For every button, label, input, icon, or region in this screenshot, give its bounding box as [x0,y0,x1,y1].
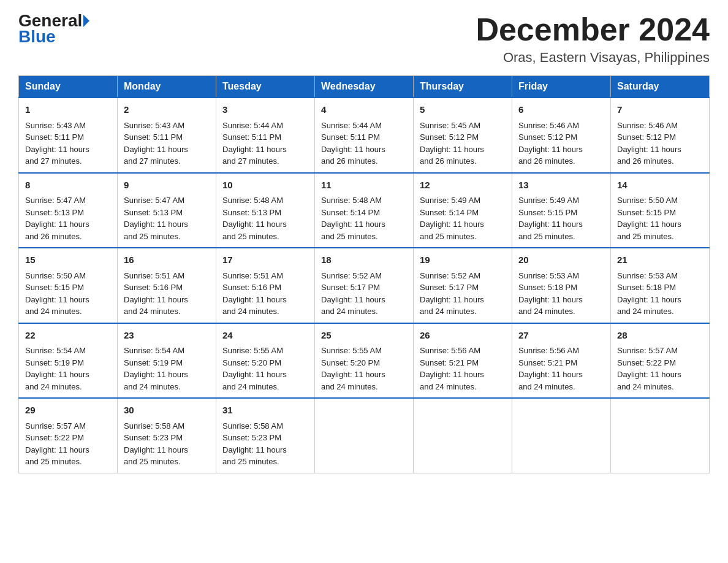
day-number: 15 [25,253,111,267]
calendar-cell: 10 Sunrise: 5:48 AMSunset: 5:13 PMDaylig… [216,173,315,248]
day-number: 20 [518,253,604,267]
day-info: Sunrise: 5:50 AMSunset: 5:15 PMDaylight:… [25,271,89,316]
day-info: Sunrise: 5:46 AMSunset: 5:12 PMDaylight:… [518,121,583,166]
day-number: 8 [25,178,111,193]
calendar-header-row: SundayMondayTuesdayWednesdayThursdayFrid… [19,76,710,98]
day-number: 29 [25,404,111,418]
day-number: 1 [25,103,111,117]
day-info: Sunrise: 5:48 AMSunset: 5:13 PMDaylight:… [222,196,287,241]
calendar-cell: 12 Sunrise: 5:49 AMSunset: 5:14 PMDaylig… [414,173,512,248]
calendar-cell [611,398,710,473]
calendar-cell: 3 Sunrise: 5:44 AMSunset: 5:11 PMDayligh… [216,98,315,173]
calendar-cell: 4 Sunrise: 5:44 AMSunset: 5:11 PMDayligh… [315,98,414,173]
day-number: 27 [518,329,604,343]
day-number: 19 [420,253,506,267]
calendar-cell [315,398,414,473]
weekday-header-sunday: Sunday [19,76,118,98]
day-info: Sunrise: 5:51 AMSunset: 5:16 PMDaylight:… [124,271,188,316]
day-number: 3 [222,103,308,117]
logo-blue-text: Blue [18,27,56,47]
day-number: 9 [124,178,210,193]
day-info: Sunrise: 5:56 AMSunset: 5:21 PMDaylight:… [518,346,583,391]
day-info: Sunrise: 5:44 AMSunset: 5:11 PMDaylight:… [222,121,287,166]
day-info: Sunrise: 5:44 AMSunset: 5:11 PMDaylight:… [321,121,385,166]
day-number: 6 [518,103,604,117]
day-info: Sunrise: 5:54 AMSunset: 5:19 PMDaylight:… [25,346,89,391]
day-info: Sunrise: 5:56 AMSunset: 5:21 PMDaylight:… [420,346,484,391]
calendar-cell: 6 Sunrise: 5:46 AMSunset: 5:12 PMDayligh… [512,98,611,173]
day-info: Sunrise: 5:49 AMSunset: 5:15 PMDaylight:… [518,196,583,241]
day-info: Sunrise: 5:57 AMSunset: 5:22 PMDaylight:… [617,346,681,391]
day-info: Sunrise: 5:47 AMSunset: 5:13 PMDaylight:… [25,196,89,241]
calendar-cell: 16 Sunrise: 5:51 AMSunset: 5:16 PMDaylig… [118,248,216,323]
weekday-header-wednesday: Wednesday [315,76,414,98]
calendar-week-row: 8 Sunrise: 5:47 AMSunset: 5:13 PMDayligh… [19,173,710,248]
day-info: Sunrise: 5:58 AMSunset: 5:23 PMDaylight:… [222,421,287,467]
day-info: Sunrise: 5:55 AMSunset: 5:20 PMDaylight:… [222,346,287,391]
month-title: December 2024 [476,12,710,47]
calendar-cell: 15 Sunrise: 5:50 AMSunset: 5:15 PMDaylig… [19,248,118,323]
calendar-cell: 14 Sunrise: 5:50 AMSunset: 5:15 PMDaylig… [611,173,710,248]
calendar-cell: 7 Sunrise: 5:46 AMSunset: 5:12 PMDayligh… [611,98,710,173]
day-number: 18 [321,253,407,267]
calendar-cell: 13 Sunrise: 5:49 AMSunset: 5:15 PMDaylig… [512,173,611,248]
calendar-cell: 20 Sunrise: 5:53 AMSunset: 5:18 PMDaylig… [512,248,611,323]
day-info: Sunrise: 5:53 AMSunset: 5:18 PMDaylight:… [617,271,681,316]
calendar-cell: 25 Sunrise: 5:55 AMSunset: 5:20 PMDaylig… [315,323,414,399]
day-number: 16 [124,253,210,267]
calendar-week-row: 22 Sunrise: 5:54 AMSunset: 5:19 PMDaylig… [19,323,710,399]
day-number: 28 [617,329,703,343]
day-number: 13 [518,178,604,193]
calendar-cell [414,398,512,473]
calendar-cell: 31 Sunrise: 5:58 AMSunset: 5:23 PMDaylig… [216,398,315,473]
logo-arrow-icon [83,15,89,27]
day-number: 21 [617,253,703,267]
weekday-header-monday: Monday [118,76,216,98]
day-info: Sunrise: 5:57 AMSunset: 5:22 PMDaylight:… [25,421,89,467]
day-info: Sunrise: 5:43 AMSunset: 5:11 PMDaylight:… [25,121,89,166]
day-info: Sunrise: 5:52 AMSunset: 5:17 PMDaylight:… [321,271,385,316]
calendar-cell: 5 Sunrise: 5:45 AMSunset: 5:12 PMDayligh… [414,98,512,173]
calendar-cell: 17 Sunrise: 5:51 AMSunset: 5:16 PMDaylig… [216,248,315,323]
day-info: Sunrise: 5:48 AMSunset: 5:14 PMDaylight:… [321,196,385,241]
calendar-cell: 21 Sunrise: 5:53 AMSunset: 5:18 PMDaylig… [611,248,710,323]
calendar-cell: 22 Sunrise: 5:54 AMSunset: 5:19 PMDaylig… [19,323,118,399]
day-info: Sunrise: 5:54 AMSunset: 5:19 PMDaylight:… [124,346,188,391]
day-number: 2 [124,103,210,117]
calendar-cell: 18 Sunrise: 5:52 AMSunset: 5:17 PMDaylig… [315,248,414,323]
day-number: 30 [124,404,210,418]
day-info: Sunrise: 5:45 AMSunset: 5:12 PMDaylight:… [420,121,484,166]
day-number: 26 [420,329,506,343]
calendar-cell: 26 Sunrise: 5:56 AMSunset: 5:21 PMDaylig… [414,323,512,399]
day-number: 4 [321,103,407,117]
calendar-cell: 1 Sunrise: 5:43 AMSunset: 5:11 PMDayligh… [19,98,118,173]
day-number: 12 [420,178,506,193]
calendar-cell: 29 Sunrise: 5:57 AMSunset: 5:22 PMDaylig… [19,398,118,473]
calendar-cell: 23 Sunrise: 5:54 AMSunset: 5:19 PMDaylig… [118,323,216,399]
day-number: 7 [617,103,703,117]
calendar-cell: 8 Sunrise: 5:47 AMSunset: 5:13 PMDayligh… [19,173,118,248]
day-number: 24 [222,329,308,343]
page-header: General Blue December 2024 Oras, Eastern… [18,12,710,66]
day-info: Sunrise: 5:46 AMSunset: 5:12 PMDaylight:… [617,121,681,166]
day-number: 25 [321,329,407,343]
day-info: Sunrise: 5:52 AMSunset: 5:17 PMDaylight:… [420,271,484,316]
location-title: Oras, Eastern Visayas, Philippines [476,50,710,66]
day-number: 11 [321,178,407,193]
day-info: Sunrise: 5:49 AMSunset: 5:14 PMDaylight:… [420,196,484,241]
calendar-cell: 27 Sunrise: 5:56 AMSunset: 5:21 PMDaylig… [512,323,611,399]
day-info: Sunrise: 5:58 AMSunset: 5:23 PMDaylight:… [124,421,188,467]
day-info: Sunrise: 5:50 AMSunset: 5:15 PMDaylight:… [617,196,681,241]
calendar-cell: 30 Sunrise: 5:58 AMSunset: 5:23 PMDaylig… [118,398,216,473]
calendar-cell: 28 Sunrise: 5:57 AMSunset: 5:22 PMDaylig… [611,323,710,399]
weekday-header-tuesday: Tuesday [216,76,315,98]
day-number: 5 [420,103,506,117]
day-info: Sunrise: 5:51 AMSunset: 5:16 PMDaylight:… [222,271,287,316]
day-info: Sunrise: 5:43 AMSunset: 5:11 PMDaylight:… [124,121,188,166]
calendar-cell: 11 Sunrise: 5:48 AMSunset: 5:14 PMDaylig… [315,173,414,248]
weekday-header-saturday: Saturday [611,76,710,98]
day-number: 10 [222,178,308,193]
calendar-cell: 19 Sunrise: 5:52 AMSunset: 5:17 PMDaylig… [414,248,512,323]
weekday-header-thursday: Thursday [414,76,512,98]
day-number: 17 [222,253,308,267]
